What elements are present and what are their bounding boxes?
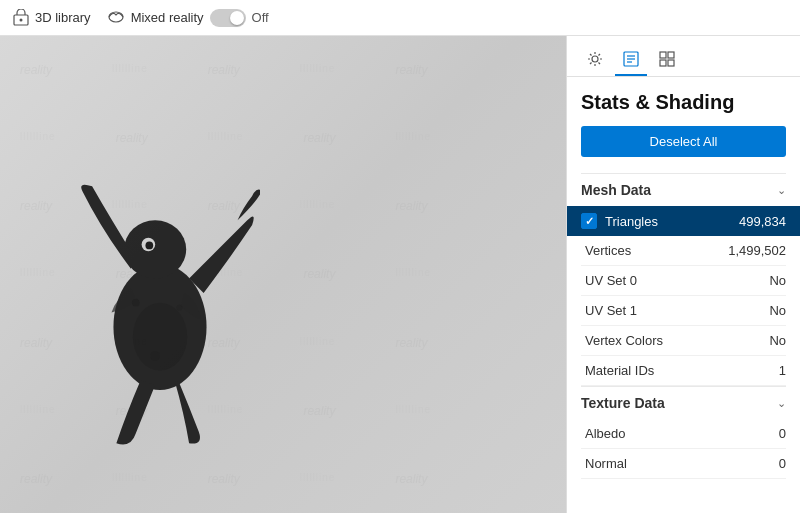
vertices-label: Vertices bbox=[585, 243, 631, 258]
uv-set-1-row[interactable]: UV Set 1 No bbox=[581, 296, 786, 326]
triangles-label: Triangles bbox=[605, 214, 658, 229]
svg-point-5 bbox=[133, 303, 187, 371]
mesh-data-label: Mesh Data bbox=[581, 182, 651, 198]
mesh-data-section-header[interactable]: Mesh Data ⌄ bbox=[581, 173, 786, 206]
texture-data-chevron: ⌄ bbox=[777, 397, 786, 410]
model-silhouette bbox=[60, 133, 260, 453]
svg-point-7 bbox=[145, 242, 153, 250]
panel-tabs bbox=[567, 36, 800, 77]
vertex-colors-left: Vertex Colors bbox=[585, 333, 663, 348]
svg-point-10 bbox=[150, 351, 160, 361]
tab-sun[interactable] bbox=[579, 44, 611, 76]
normal-label: Normal bbox=[585, 456, 627, 471]
panel-title: Stats & Shading bbox=[581, 91, 786, 114]
vertices-value: 1,499,502 bbox=[728, 243, 786, 258]
svg-line-17 bbox=[599, 63, 601, 65]
triangles-row-left: Triangles bbox=[581, 213, 658, 229]
svg-rect-27 bbox=[668, 60, 674, 66]
texture-data-label: Texture Data bbox=[581, 395, 665, 411]
toggle-off-label: Off bbox=[252, 10, 269, 25]
mixed-reality-toggle[interactable] bbox=[210, 9, 246, 27]
vertices-row-left: Vertices bbox=[585, 243, 631, 258]
top-bar: 3D library Mixed reality Off bbox=[0, 0, 800, 36]
albedo-left: Albedo bbox=[585, 426, 625, 441]
vertex-colors-label: Vertex Colors bbox=[585, 333, 663, 348]
material-ids-value: 1 bbox=[779, 363, 786, 378]
uv-set-1-value: No bbox=[769, 303, 786, 318]
albedo-value: 0 bbox=[779, 426, 786, 441]
toggle-knob bbox=[230, 11, 244, 25]
vertices-row[interactable]: Vertices 1,499,502 bbox=[581, 236, 786, 266]
3d-library-button[interactable]: 3D library bbox=[12, 9, 91, 27]
vertex-colors-value: No bbox=[769, 333, 786, 348]
right-panel: Stats & Shading Deselect All Mesh Data ⌄… bbox=[566, 36, 800, 513]
albedo-row[interactable]: Albedo 0 bbox=[581, 419, 786, 449]
mixed-reality-icon bbox=[107, 7, 125, 28]
svg-point-2 bbox=[109, 12, 123, 22]
triangles-value: 499,834 bbox=[739, 214, 786, 229]
svg-point-8 bbox=[132, 299, 140, 307]
uv-set-1-left: UV Set 1 bbox=[585, 303, 637, 318]
triangles-checkbox[interactable] bbox=[581, 213, 597, 229]
svg-line-18 bbox=[599, 54, 601, 56]
mixed-reality-section: Mixed reality Off bbox=[107, 7, 269, 28]
svg-rect-24 bbox=[660, 52, 666, 58]
uv-set-1-label: UV Set 1 bbox=[585, 303, 637, 318]
albedo-label: Albedo bbox=[585, 426, 625, 441]
texture-data-section-header[interactable]: Texture Data ⌄ bbox=[581, 386, 786, 419]
material-ids-label: Material IDs bbox=[585, 363, 654, 378]
uv-set-0-value: No bbox=[769, 273, 786, 288]
normal-value: 0 bbox=[779, 456, 786, 471]
svg-point-1 bbox=[20, 18, 23, 21]
viewport[interactable]: realityllllllinerealityllllllinereality … bbox=[0, 36, 566, 513]
vertex-colors-row[interactable]: Vertex Colors No bbox=[581, 326, 786, 356]
panel-content: Stats & Shading Deselect All Mesh Data ⌄… bbox=[567, 77, 800, 513]
svg-point-9 bbox=[176, 305, 182, 311]
svg-point-11 bbox=[592, 56, 598, 62]
svg-rect-25 bbox=[668, 52, 674, 58]
normal-row[interactable]: Normal 0 bbox=[581, 449, 786, 479]
tab-grid[interactable] bbox=[651, 44, 683, 76]
tab-stats[interactable] bbox=[615, 44, 647, 76]
normal-left: Normal bbox=[585, 456, 627, 471]
svg-rect-26 bbox=[660, 60, 666, 66]
svg-line-19 bbox=[590, 63, 592, 65]
material-ids-row[interactable]: Material IDs 1 bbox=[581, 356, 786, 386]
triangles-row[interactable]: Triangles 499,834 bbox=[567, 206, 800, 236]
mixed-reality-label: Mixed reality bbox=[131, 10, 204, 25]
svg-point-4 bbox=[124, 220, 186, 278]
svg-line-16 bbox=[590, 54, 592, 56]
uv-set-0-row[interactable]: UV Set 0 No bbox=[581, 266, 786, 296]
deselect-all-button[interactable]: Deselect All bbox=[581, 126, 786, 157]
top-bar-left: 3D library Mixed reality Off bbox=[12, 7, 269, 28]
material-ids-left: Material IDs bbox=[585, 363, 654, 378]
3d-library-icon bbox=[12, 9, 30, 27]
main-content: realityllllllinerealityllllllinereality … bbox=[0, 36, 800, 513]
uv-set-0-label: UV Set 0 bbox=[585, 273, 637, 288]
3d-library-label: 3D library bbox=[35, 10, 91, 25]
uv-set-0-left: UV Set 0 bbox=[585, 273, 637, 288]
mesh-data-chevron: ⌄ bbox=[777, 184, 786, 197]
